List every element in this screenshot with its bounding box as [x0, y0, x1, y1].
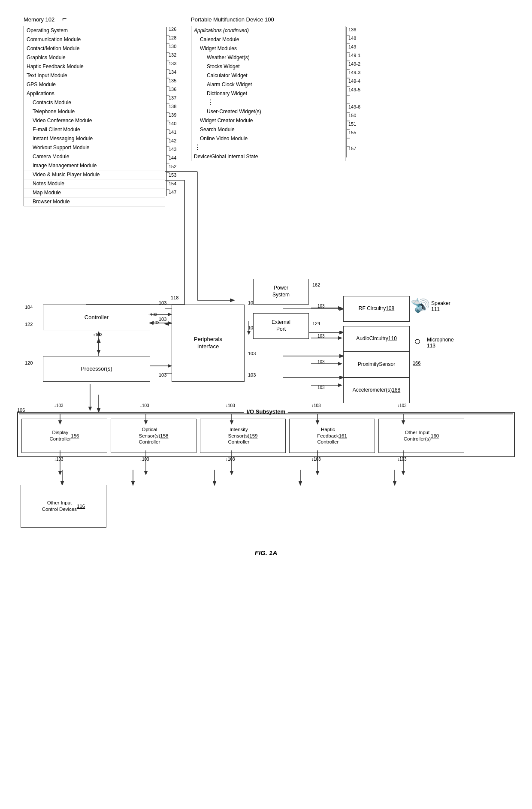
ref-103-vert: ↕103 [93, 332, 103, 337]
device-item-weather: Weather Widget(s) [191, 53, 345, 62]
ref-103-top: 103 [159, 300, 166, 305]
ref-103-o2: ↓103 [140, 457, 149, 462]
optical-sensor-ctrl-box: OpticalSensor(s)Controller 158 [111, 419, 196, 453]
external-port-ref: 124 [312, 321, 320, 326]
ref-103-disp: ↓103 [54, 403, 63, 408]
ref-103-opt: ↓103 [140, 403, 149, 408]
device-item-calendar: Calendar Module [191, 35, 345, 44]
diagram-container: Memory 102 ⌐ Operating System Communicat… [0, 0, 532, 809]
ref-143: 143 [169, 147, 176, 152]
memory-item-contacts: Contacts Module [24, 98, 165, 107]
device-dots-1: ⋮ [191, 98, 345, 107]
device-ref-149-4: 149-4 [348, 78, 360, 84]
ref-103-cp2: 103 [152, 320, 160, 325]
ref-122: 122 [25, 322, 33, 327]
memory-item-haptic: Haptic Feedback Module [24, 62, 165, 71]
ref-104: 104 [25, 305, 33, 310]
proximity-ref: 166 [413, 360, 420, 365]
ref-106: 106 [17, 408, 25, 413]
ref-103-prox: 103 [317, 359, 325, 364]
ref-153: 153 [169, 173, 176, 178]
ref-103-int: ↓103 [226, 403, 235, 408]
ref-103-audio: 103 [317, 334, 325, 338]
memory-item-video-conf: Video Conference Module [24, 116, 165, 125]
ref-147: 147 [169, 190, 176, 195]
memory-item-im: Instant Messaging Module [24, 134, 165, 143]
audio-box: Audio Circuitry 110 [343, 326, 410, 352]
memory-item-map: Map Module [24, 188, 165, 197]
processor-box: Processor(s) [43, 356, 150, 382]
device-label: Portable Multifunction Device 100 [191, 16, 274, 23]
memory-item-workout: Workout Support Module [24, 143, 165, 152]
memory-item-gps: GPS Module [24, 80, 165, 89]
device-ref-136: 136 [348, 27, 356, 32]
microphone-label: Microphone113 [427, 337, 454, 349]
memory-item-notes: Notes Module [24, 179, 165, 188]
device-item-dictionary: Dictionary Widget [191, 89, 345, 98]
device-ref-150: 150 [348, 113, 356, 118]
device-item-video: Online Video Module [191, 134, 345, 143]
device-item-widgets: Widget Modules [191, 44, 345, 53]
bracket-svg [164, 26, 177, 197]
other-input-devices-box: Other InputControl Devices116 [21, 485, 106, 528]
ref-139: 139 [169, 113, 176, 118]
speaker-label: Speaker111 [431, 300, 450, 312]
proc-to-io-svg [86, 384, 94, 414]
memory-item-comm: Communication Module [24, 35, 165, 44]
memory-item-camera: Camera Module [24, 152, 165, 161]
memory-item-contact: Contact/Motion Module [24, 44, 165, 53]
ref-103-h2: ↓103 [311, 457, 321, 462]
device-item-user-widget: User-Created Widget(s) [191, 107, 345, 116]
rf-box: RF Circuitry 108 [343, 296, 410, 322]
ref-144: 144 [169, 156, 176, 160]
other-input-ctrl-box: Other InputController(s)160 [378, 419, 464, 453]
device-ref-149-1: 149-1 [348, 53, 360, 58]
power-ref: 162 [312, 282, 320, 287]
ref-103-right4: 103 [248, 372, 256, 377]
peripherals-box: Peripherals Interface [172, 305, 245, 382]
memory-item-text: Text Input Module [24, 71, 165, 80]
ref-120: 120 [25, 360, 33, 365]
controller-box: Controller [43, 305, 150, 330]
ref-135: 135 [169, 78, 176, 83]
device-ref-157: 157 [348, 146, 356, 151]
ref-137: 137 [169, 96, 176, 100]
figure-label: FIG. 1A [255, 549, 278, 556]
ref-103-cp1: ↑103 [148, 312, 157, 317]
ref-118: 118 [171, 295, 178, 300]
external-port-box: External Port [253, 313, 309, 339]
device-ref-148: 148 [348, 36, 356, 41]
memory-item-telephone: Telephone Module [24, 107, 165, 116]
device-ref-149-3: 149-3 [348, 70, 360, 75]
memory-item-email: E-mail Client Module [24, 125, 165, 134]
ref-103-hap: ↓103 [311, 403, 321, 408]
ref-103-oic: ↓103 [397, 403, 407, 408]
power-box: Power System [253, 279, 309, 305]
io-subsystem-box: I/O Subsystem DisplayController 156 Opti… [17, 412, 515, 457]
device-item-alarm: Alarm Clock Widget [191, 80, 345, 89]
device-ref-155: 155 [348, 130, 356, 135]
ref-103-rf: 103 [317, 304, 325, 308]
memory-item-os: Operating System [24, 26, 165, 35]
ref-103-d2: ↓103 [54, 457, 63, 462]
ref-130: 130 [169, 44, 176, 49]
device-item-apps: Applications (continued) [191, 26, 345, 35]
ref-103-oi2: ↓103 [397, 457, 407, 462]
device-ref-149-2: 149-2 [348, 61, 360, 66]
io-subsystem-label: I/O Subsystem [244, 408, 288, 415]
device-ref-149-6: 149-6 [348, 104, 360, 109]
ref-140: 140 [169, 121, 176, 126]
ref-154: 154 [169, 181, 176, 186]
memory-box: Operating System Communication Module Co… [24, 26, 165, 206]
device-item-stocks: Stocks Widget [191, 62, 345, 71]
device-item-widget-creator: Widget Creator Module [191, 116, 345, 125]
proximity-box: Proximity Sensor [343, 352, 410, 377]
device-ref-149: 149 [348, 44, 356, 49]
ref-103-accel: 103 [317, 385, 325, 390]
memory-item-browser: Browser Module [24, 197, 165, 206]
ref-103-i2: ↓103 [226, 457, 235, 462]
memory-item-graphics: Graphics Module [24, 53, 165, 62]
memory-label: Memory 102 ⌐ [24, 16, 54, 23]
ref-136: 136 [169, 87, 176, 92]
microphone-icon: ○ [414, 335, 421, 348]
